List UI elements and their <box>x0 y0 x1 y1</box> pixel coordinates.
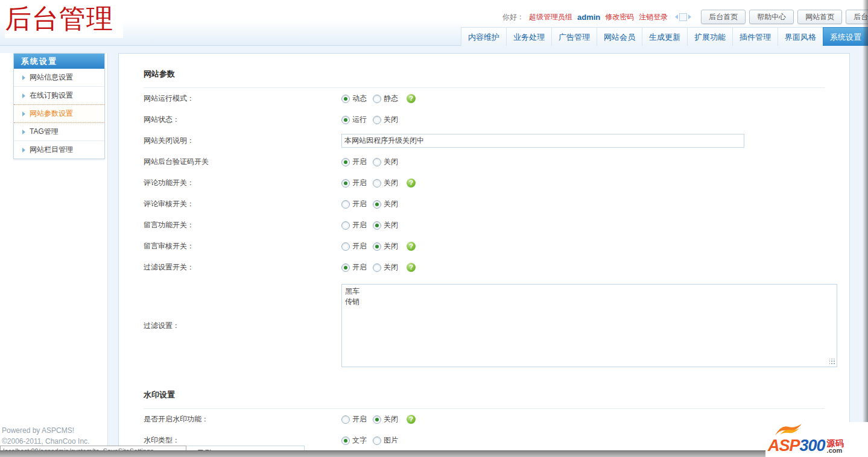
radio-option[interactable]: 开启 <box>341 178 367 188</box>
radio-option-label: 开启 <box>352 178 367 188</box>
filter-textarea[interactable] <box>341 284 837 367</box>
resize-grip-icon[interactable] <box>829 359 835 365</box>
help-icon[interactable] <box>407 178 416 188</box>
watermark-com: .com <box>827 447 843 454</box>
radio-option[interactable]: 开启 <box>341 220 367 230</box>
radio-icon[interactable] <box>341 221 350 230</box>
nav-tab[interactable]: 界面风格 <box>778 27 823 46</box>
triangle-icon <box>22 75 25 80</box>
radio-option[interactable]: 关闭 <box>373 157 398 167</box>
radio-option[interactable]: 运行 <box>341 115 367 125</box>
row-control: 开启关闭 <box>341 199 404 209</box>
nav-tab[interactable]: 网站会员 <box>597 27 642 46</box>
sidebar-item[interactable]: 在线订购设置 <box>14 87 104 105</box>
watermark-300: 300 <box>800 438 825 454</box>
row-label: 评论审核开关： <box>144 199 341 209</box>
radio-option-label: 运行 <box>352 115 367 125</box>
sidebar-item[interactable]: 网站参数设置 <box>14 104 104 123</box>
row-label: 网站运行模式： <box>144 93 341 104</box>
sidebar-item[interactable]: 网站信息设置 <box>14 69 104 87</box>
radio-icon[interactable] <box>341 95 350 103</box>
change-password-link[interactable]: 修改密码 <box>605 12 634 22</box>
settings-form: 网站参数网站运行模式：动态静态网站状态：运行关闭网站关闭说明：网站后台验证码开关… <box>119 54 849 451</box>
radio-icon[interactable] <box>373 200 381 209</box>
radio-option[interactable]: 开启 <box>341 199 367 209</box>
nav-tab[interactable]: 内容维护 <box>461 27 506 46</box>
arrow-right-icon[interactable] <box>688 14 691 19</box>
row-label: 网站状态： <box>144 115 341 125</box>
sidebar-item[interactable]: 网站栏目管理 <box>14 141 104 159</box>
row-control: 开启关闭 <box>341 241 416 251</box>
radio-icon[interactable] <box>341 437 350 445</box>
radio-option[interactable]: 关闭 <box>373 220 398 230</box>
row-label: 是否开启水印功能： <box>144 414 341 424</box>
radio-icon[interactable] <box>373 116 381 124</box>
nav-tab[interactable]: 系统设置 <box>823 27 868 46</box>
radio-option[interactable]: 静态 <box>373 93 398 104</box>
radio-option[interactable]: 图片 <box>373 435 398 446</box>
help-icon[interactable] <box>407 94 416 103</box>
radio-option[interactable]: 关闭 <box>373 178 398 188</box>
collapse-box-icon[interactable] <box>679 13 687 21</box>
radio-icon[interactable] <box>341 242 350 251</box>
radio-option-label: 关闭 <box>384 241 398 251</box>
radio-option-label: 动态 <box>352 93 367 104</box>
radio-option[interactable]: 开启 <box>341 414 367 424</box>
help-icon[interactable] <box>407 242 416 251</box>
sidebar-title: 系统设置 <box>14 54 104 69</box>
radio-icon[interactable] <box>373 179 381 188</box>
radio-icon[interactable] <box>341 179 350 188</box>
radio-option[interactable]: 文字 <box>341 435 367 446</box>
nav-tab[interactable]: 业务处理 <box>506 27 551 46</box>
radio-icon[interactable] <box>341 415 350 424</box>
row-label: 网站关闭说明： <box>144 136 341 146</box>
sidebar-item-label: 在线订购设置 <box>30 90 73 101</box>
radio-icon[interactable] <box>341 263 350 272</box>
radio-option-label: 关闭 <box>384 115 398 125</box>
radio-option[interactable]: 开启 <box>341 262 367 273</box>
greeting-text: 你好： <box>502 12 524 22</box>
help-icon[interactable] <box>407 263 416 272</box>
radio-icon[interactable] <box>373 95 381 103</box>
radio-icon[interactable] <box>373 158 381 166</box>
quick-button[interactable]: 网站首页 <box>797 10 842 24</box>
radio-icon[interactable] <box>373 415 381 424</box>
copyright-text: ©2006-2011, ChanCoo Inc. <box>2 437 89 446</box>
form-row-site-close-note: 网站关闭说明： <box>144 130 825 151</box>
main-panel: 网站参数网站运行模式：动态静态网站状态：运行关闭网站关闭说明：网站后台验证码开关… <box>118 53 850 457</box>
help-icon[interactable] <box>407 415 416 424</box>
radio-option-label: 开启 <box>352 414 367 424</box>
logout-link[interactable]: 注销登录 <box>639 12 668 22</box>
radio-icon[interactable] <box>373 221 381 230</box>
radio-icon[interactable] <box>373 263 381 272</box>
radio-icon[interactable] <box>373 242 381 251</box>
quick-button[interactable]: 后台首页 <box>701 10 746 24</box>
radio-option[interactable]: 关闭 <box>373 262 398 273</box>
radio-option[interactable]: 关闭 <box>373 115 398 125</box>
nav-tab[interactable]: 广告管理 <box>551 27 597 46</box>
radio-option[interactable]: 关闭 <box>373 199 398 209</box>
user-group-link[interactable]: 超级管理员组 <box>529 12 572 22</box>
radio-icon[interactable] <box>341 200 350 209</box>
radio-option[interactable]: 关闭 <box>373 414 398 424</box>
sidebar-item[interactable]: TAG管理 <box>14 123 104 141</box>
nav-tab[interactable]: 插件管理 <box>732 27 778 46</box>
nav-tab[interactable]: 生成更新 <box>642 27 687 46</box>
arrow-left-icon[interactable] <box>675 14 678 19</box>
radio-option-label: 开启 <box>352 241 367 251</box>
radio-option-label: 开启 <box>352 157 367 167</box>
quick-button[interactable]: 帮助中心 <box>749 10 794 24</box>
header-user-area: 你好： 超级管理员组 admin 修改密码 注销登录 后台首页帮助中心网站首页后… <box>502 10 868 24</box>
nav-tab[interactable]: 扩展功能 <box>687 27 732 46</box>
radio-option[interactable]: 关闭 <box>373 241 398 251</box>
radio-option[interactable]: 动态 <box>341 93 367 104</box>
radio-icon[interactable] <box>341 116 350 124</box>
radio-option-label: 关闭 <box>384 262 398 273</box>
radio-option[interactable]: 开启 <box>341 157 367 167</box>
radio-option-label: 关闭 <box>384 220 398 230</box>
radio-icon[interactable] <box>341 158 350 166</box>
text-input[interactable] <box>341 134 744 148</box>
radio-icon[interactable] <box>373 437 381 445</box>
form-row-filter-switch: 过滤设置开关：开启关闭 <box>144 257 825 278</box>
radio-option[interactable]: 开启 <box>341 241 367 251</box>
